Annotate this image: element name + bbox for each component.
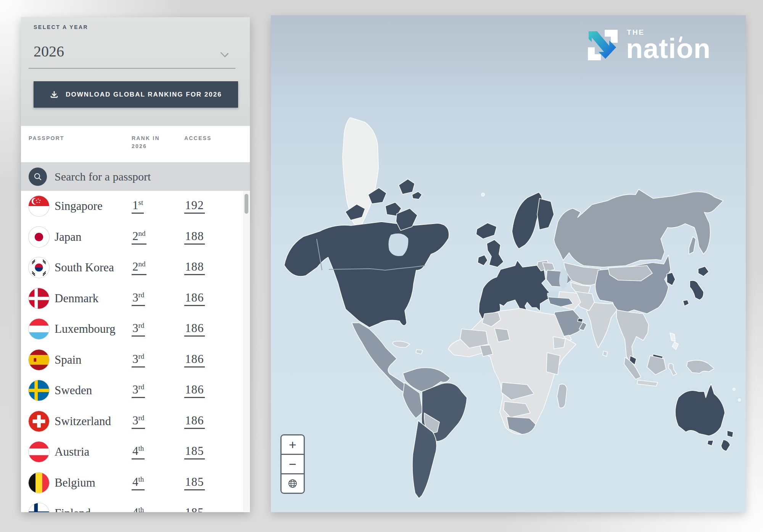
- access-link[interactable]: 186: [184, 291, 205, 306]
- region-russia: [554, 189, 723, 267]
- world-map-panel: THE nation + −: [271, 15, 746, 512]
- year-section: SELECT A YEAR 2026 DOWNLOAD GLOBAL RANKI…: [21, 17, 250, 126]
- region-finland: [537, 198, 554, 230]
- country-name: Luxembourg: [55, 322, 116, 336]
- rank-link[interactable]: 4th: [132, 475, 145, 490]
- rank-link[interactable]: 3rd: [132, 352, 145, 368]
- region-ireland: [478, 255, 488, 266]
- region-new-zealand: [727, 430, 733, 437]
- flag-es-icon: [29, 350, 49, 370]
- passport-row-spain[interactable]: Spain 3rd 186: [21, 345, 250, 376]
- passport-index-page: SELECT A YEAR 2026 DOWNLOAD GLOBAL RANKI…: [0, 0, 763, 532]
- table-header: PASSPORT RANK IN 2026 ACCESS: [21, 126, 250, 162]
- region-borneo: [647, 356, 666, 375]
- access-link[interactable]: 185: [184, 475, 205, 490]
- column-passport: PASSPORT: [29, 134, 64, 142]
- zoom-in-button[interactable]: +: [282, 435, 304, 454]
- passport-row-finland[interactable]: Finland 4th 185: [21, 498, 250, 512]
- download-icon: [50, 90, 59, 99]
- passport-row-japan[interactable]: Japan 2nd 188: [21, 222, 250, 253]
- rank-link[interactable]: 3rd: [132, 291, 145, 306]
- rank-link[interactable]: 4th: [132, 506, 145, 512]
- access-link[interactable]: 186: [184, 414, 205, 429]
- access-link[interactable]: 188: [184, 260, 205, 275]
- globe-reset-button[interactable]: [282, 473, 304, 493]
- access-link[interactable]: 186: [184, 383, 205, 398]
- access-link[interactable]: 192: [184, 198, 205, 214]
- country-name: Denmark: [55, 292, 98, 305]
- divider: [29, 68, 235, 69]
- passport-row-singapore[interactable]: Singapore 1st 192: [21, 191, 250, 222]
- passport-row-switzerland[interactable]: Switzerland 3rd 186: [21, 406, 250, 437]
- flag-fi-icon: [29, 503, 49, 512]
- column-access: ACCESS: [184, 134, 212, 142]
- select-year-label: SELECT A YEAR: [34, 24, 88, 30]
- region-java: [637, 380, 658, 386]
- passport-row-south-korea[interactable]: South Korea 2nd 188: [21, 252, 250, 283]
- country-name: Sweden: [55, 384, 92, 397]
- search-placeholder: Search for a passport: [55, 170, 151, 183]
- access-link[interactable]: 185: [184, 506, 205, 512]
- rank-link[interactable]: 2nd: [132, 260, 146, 275]
- country-name: Belgium: [55, 476, 95, 490]
- passport-row-sweden[interactable]: Sweden 3rd 186: [21, 375, 250, 406]
- rank-link[interactable]: 3rd: [132, 383, 145, 398]
- access-link[interactable]: 188: [184, 229, 205, 245]
- zoom-out-button[interactable]: −: [282, 454, 304, 473]
- rank-link[interactable]: 2nd: [132, 229, 146, 245]
- country-name: Finland: [55, 506, 91, 512]
- flag-jp-icon: [29, 227, 49, 247]
- region-india: [587, 302, 617, 348]
- list-scrollbar[interactable]: [243, 191, 249, 511]
- flag-lu-icon: [29, 319, 49, 339]
- flag-sg-icon: [29, 196, 49, 216]
- download-ranking-button[interactable]: DOWNLOAD GLOBAL RANKING FOR 2026: [34, 81, 238, 108]
- rank-link[interactable]: 3rd: [132, 321, 145, 337]
- region-tasmania: [707, 440, 713, 446]
- rank-link[interactable]: 1st: [132, 198, 144, 214]
- region-madagascar: [557, 384, 567, 408]
- flag-dk-icon: [29, 288, 49, 309]
- ranking-sidebar: SELECT A YEAR 2026 DOWNLOAD GLOBAL RANKI…: [21, 17, 250, 512]
- chevron-down-icon: [221, 48, 229, 57]
- country-name: Switzerland: [55, 414, 111, 428]
- passport-row-denmark[interactable]: Denmark 3rd 186: [21, 283, 250, 314]
- rank-link[interactable]: 3rd: [132, 414, 145, 429]
- year-dropdown[interactable]: 2026: [34, 35, 240, 68]
- country-name: Austria: [55, 445, 89, 459]
- globe-icon: [288, 479, 298, 488]
- access-link[interactable]: 185: [184, 444, 205, 459]
- region-uae: [578, 318, 583, 322]
- country-name: Singapore: [55, 199, 103, 213]
- region-indochina: [617, 310, 649, 362]
- year-value: 2026: [34, 42, 64, 60]
- flag-be-icon: [29, 472, 49, 493]
- region-iceland: [476, 223, 497, 239]
- passport-row-austria[interactable]: Austria 4th 185: [21, 437, 250, 468]
- passport-row-luxembourg[interactable]: Luxembourg 3rd 186: [21, 314, 250, 345]
- world-map[interactable]: [271, 15, 746, 512]
- map-zoom-controls: + −: [280, 434, 305, 494]
- region-scandinavia: [512, 192, 542, 249]
- country-name: Japan: [55, 230, 82, 244]
- region-kenya-tanzania: [546, 353, 560, 375]
- nation-logo-mark-icon: [585, 27, 620, 63]
- region-united-kingdom: [487, 240, 504, 267]
- passport-row-belgium[interactable]: Belgium 4th 185: [21, 468, 250, 498]
- scrollbar-thumb[interactable]: [245, 194, 248, 214]
- region-north-america: [284, 222, 449, 327]
- region-japan: [690, 281, 703, 300]
- region-sakhalin: [689, 237, 696, 254]
- region-sulawesi: [668, 363, 677, 376]
- passport-list: Singapore 1st 192 Japan 2nd 188 South Ko…: [21, 191, 250, 512]
- passport-search[interactable]: Search for a passport: [21, 162, 250, 191]
- region-argentina-chile: [412, 421, 436, 498]
- access-link[interactable]: 186: [184, 321, 205, 337]
- region-australia: [675, 384, 725, 436]
- flag-se-icon: [29, 380, 49, 401]
- column-rank: RANK IN 2026: [132, 134, 168, 150]
- access-link[interactable]: 186: [184, 352, 205, 368]
- region-south-korea: [667, 272, 675, 285]
- region-ethiopia: [553, 337, 565, 349]
- rank-link[interactable]: 4th: [132, 444, 145, 459]
